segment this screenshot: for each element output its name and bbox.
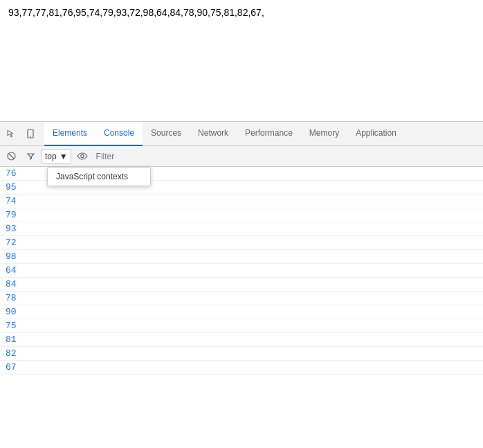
tab-application[interactable]: Application <box>347 122 405 146</box>
table-row: 72 <box>0 236 483 250</box>
filter-button[interactable] <box>22 148 39 165</box>
table-row: 93 <box>0 222 483 236</box>
console-value: 98 <box>6 251 26 262</box>
console-value: 76 <box>6 168 26 179</box>
console-value: 64 <box>6 265 26 276</box>
console-value: 78 <box>6 293 26 303</box>
dropdown-item-label: JavaScript contexts <box>56 172 128 181</box>
tab-sources-label: Sources <box>151 128 181 138</box>
tab-console-label: Console <box>104 128 134 138</box>
tab-application-label: Application <box>356 128 397 138</box>
svg-line-3 <box>9 154 14 159</box>
console-value: 81 <box>6 334 26 345</box>
tab-elements-label: Elements <box>53 128 87 138</box>
tab-memory-label: Memory <box>309 128 339 138</box>
table-row: 75 <box>0 319 483 333</box>
tab-network[interactable]: Network <box>190 122 237 146</box>
console-value: 79 <box>6 210 26 220</box>
console-value: 90 <box>6 307 26 317</box>
inspect-element-button[interactable] <box>3 125 19 142</box>
table-row: 74 <box>0 195 483 208</box>
console-value: 74 <box>6 196 26 206</box>
console-value: 84 <box>6 279 26 289</box>
table-row: 64 <box>0 264 483 278</box>
console-value: 82 <box>6 348 26 359</box>
context-dropdown-arrow: ▼ <box>60 152 68 161</box>
devtools-panel: Elements Console Sources Network Perform… <box>0 121 483 448</box>
context-value: top <box>45 152 57 161</box>
tab-performance[interactable]: Performance <box>237 122 301 146</box>
tab-sources[interactable]: Sources <box>143 122 190 146</box>
tab-icons <box>3 125 39 142</box>
tab-memory[interactable]: Memory <box>301 122 347 146</box>
console-toolbar: top ▼ JavaScript contexts <box>0 146 483 167</box>
svg-point-1 <box>30 136 31 137</box>
table-row: 67 <box>0 361 483 375</box>
svg-point-4 <box>80 154 83 157</box>
table-row: 98 <box>0 250 483 264</box>
table-row: 90 <box>0 305 483 319</box>
table-row: 79 <box>0 208 483 222</box>
tab-performance-label: Performance <box>245 128 293 138</box>
tab-console[interactable]: Console <box>95 122 143 146</box>
console-value: 93 <box>6 224 26 234</box>
filter-input[interactable] <box>93 149 480 164</box>
main-page: 93,77,77,81,76,95,74,79,93,72,98,64,84,7… <box>0 0 483 121</box>
device-toggle-button[interactable] <box>22 125 39 142</box>
tab-elements[interactable]: Elements <box>44 122 95 146</box>
console-output: 769574799372986484789075818267 <box>0 167 483 448</box>
tab-network-label: Network <box>198 128 228 138</box>
javascript-contexts-item[interactable]: JavaScript contexts <box>48 168 150 186</box>
tab-bar: Elements Console Sources Network Perform… <box>0 122 483 146</box>
table-row: 82 <box>0 347 483 361</box>
table-row: 81 <box>0 333 483 347</box>
console-value: 95 <box>6 182 26 192</box>
table-row: 84 <box>0 278 483 292</box>
watch-expressions-button[interactable] <box>74 148 91 165</box>
table-row: 78 <box>0 292 483 305</box>
page-content: 93,77,77,81,76,95,74,79,93,72,98,64,84,7… <box>8 7 264 18</box>
context-dropdown: JavaScript contexts <box>47 167 151 186</box>
context-selector[interactable]: top ▼ <box>42 149 71 164</box>
console-value: 75 <box>6 321 26 331</box>
clear-console-button[interactable] <box>3 148 19 165</box>
console-value: 72 <box>6 238 26 248</box>
console-value: 67 <box>6 362 26 373</box>
